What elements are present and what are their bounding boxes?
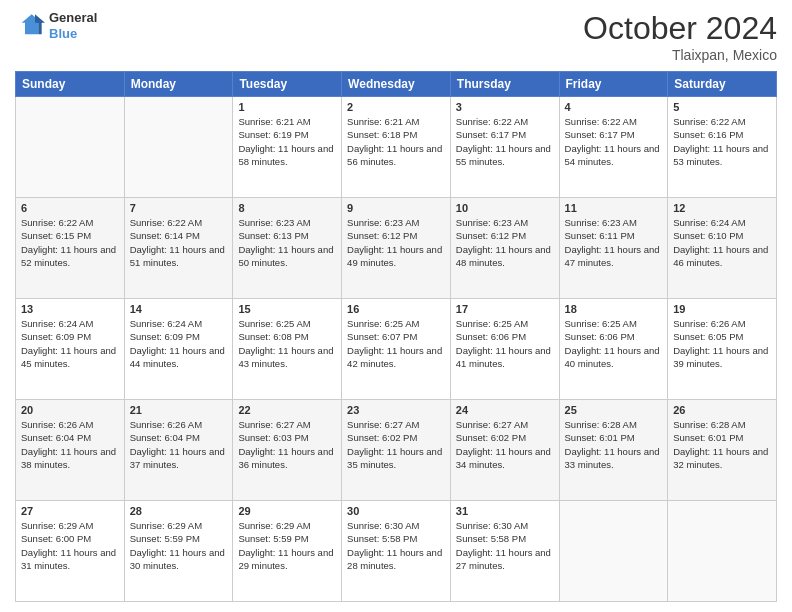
calendar-cell: 14Sunrise: 6:24 AMSunset: 6:09 PMDayligh… xyxy=(124,299,233,400)
day-info: Sunrise: 6:30 AMSunset: 5:58 PMDaylight:… xyxy=(347,519,445,572)
calendar-header: SundayMondayTuesdayWednesdayThursdayFrid… xyxy=(16,72,777,97)
calendar-table: SundayMondayTuesdayWednesdayThursdayFrid… xyxy=(15,71,777,602)
header-cell-sunday: Sunday xyxy=(16,72,125,97)
header-cell-saturday: Saturday xyxy=(668,72,777,97)
calendar-cell: 8Sunrise: 6:23 AMSunset: 6:13 PMDaylight… xyxy=(233,198,342,299)
header-cell-tuesday: Tuesday xyxy=(233,72,342,97)
calendar-cell: 13Sunrise: 6:24 AMSunset: 6:09 PMDayligh… xyxy=(16,299,125,400)
header-cell-thursday: Thursday xyxy=(450,72,559,97)
calendar-cell: 16Sunrise: 6:25 AMSunset: 6:07 PMDayligh… xyxy=(342,299,451,400)
day-number: 29 xyxy=(238,505,336,517)
logo: General Blue xyxy=(15,10,97,41)
calendar-cell: 11Sunrise: 6:23 AMSunset: 6:11 PMDayligh… xyxy=(559,198,668,299)
day-number: 25 xyxy=(565,404,663,416)
day-info: Sunrise: 6:30 AMSunset: 5:58 PMDaylight:… xyxy=(456,519,554,572)
calendar-cell: 23Sunrise: 6:27 AMSunset: 6:02 PMDayligh… xyxy=(342,400,451,501)
day-number: 18 xyxy=(565,303,663,315)
calendar-cell: 15Sunrise: 6:25 AMSunset: 6:08 PMDayligh… xyxy=(233,299,342,400)
calendar-cell: 27Sunrise: 6:29 AMSunset: 6:00 PMDayligh… xyxy=(16,501,125,602)
day-info: Sunrise: 6:23 AMSunset: 6:12 PMDaylight:… xyxy=(347,216,445,269)
month-title: October 2024 xyxy=(583,10,777,47)
day-number: 6 xyxy=(21,202,119,214)
day-number: 28 xyxy=(130,505,228,517)
calendar-cell: 28Sunrise: 6:29 AMSunset: 5:59 PMDayligh… xyxy=(124,501,233,602)
page: General Blue October 2024 Tlaixpan, Mexi… xyxy=(0,0,792,612)
calendar-cell: 10Sunrise: 6:23 AMSunset: 6:12 PMDayligh… xyxy=(450,198,559,299)
day-info: Sunrise: 6:25 AMSunset: 6:06 PMDaylight:… xyxy=(565,317,663,370)
day-info: Sunrise: 6:28 AMSunset: 6:01 PMDaylight:… xyxy=(565,418,663,471)
calendar-cell xyxy=(668,501,777,602)
calendar-cell: 7Sunrise: 6:22 AMSunset: 6:14 PMDaylight… xyxy=(124,198,233,299)
day-number: 15 xyxy=(238,303,336,315)
header-row: SundayMondayTuesdayWednesdayThursdayFrid… xyxy=(16,72,777,97)
day-number: 13 xyxy=(21,303,119,315)
day-number: 8 xyxy=(238,202,336,214)
day-number: 27 xyxy=(21,505,119,517)
calendar-cell: 9Sunrise: 6:23 AMSunset: 6:12 PMDaylight… xyxy=(342,198,451,299)
calendar-cell: 5Sunrise: 6:22 AMSunset: 6:16 PMDaylight… xyxy=(668,97,777,198)
day-info: Sunrise: 6:27 AMSunset: 6:03 PMDaylight:… xyxy=(238,418,336,471)
day-info: Sunrise: 6:25 AMSunset: 6:06 PMDaylight:… xyxy=(456,317,554,370)
header-cell-friday: Friday xyxy=(559,72,668,97)
day-number: 1 xyxy=(238,101,336,113)
calendar-cell: 31Sunrise: 6:30 AMSunset: 5:58 PMDayligh… xyxy=(450,501,559,602)
calendar-cell xyxy=(16,97,125,198)
calendar-cell: 21Sunrise: 6:26 AMSunset: 6:04 PMDayligh… xyxy=(124,400,233,501)
day-info: Sunrise: 6:28 AMSunset: 6:01 PMDaylight:… xyxy=(673,418,771,471)
calendar-cell xyxy=(124,97,233,198)
day-number: 23 xyxy=(347,404,445,416)
day-number: 19 xyxy=(673,303,771,315)
calendar-cell: 30Sunrise: 6:30 AMSunset: 5:58 PMDayligh… xyxy=(342,501,451,602)
day-number: 21 xyxy=(130,404,228,416)
day-info: Sunrise: 6:27 AMSunset: 6:02 PMDaylight:… xyxy=(456,418,554,471)
day-info: Sunrise: 6:24 AMSunset: 6:09 PMDaylight:… xyxy=(130,317,228,370)
day-info: Sunrise: 6:22 AMSunset: 6:17 PMDaylight:… xyxy=(565,115,663,168)
calendar-cell: 25Sunrise: 6:28 AMSunset: 6:01 PMDayligh… xyxy=(559,400,668,501)
day-number: 22 xyxy=(238,404,336,416)
calendar-cell: 26Sunrise: 6:28 AMSunset: 6:01 PMDayligh… xyxy=(668,400,777,501)
calendar-cell xyxy=(559,501,668,602)
day-info: Sunrise: 6:25 AMSunset: 6:08 PMDaylight:… xyxy=(238,317,336,370)
location-subtitle: Tlaixpan, Mexico xyxy=(583,47,777,63)
calendar-cell: 18Sunrise: 6:25 AMSunset: 6:06 PMDayligh… xyxy=(559,299,668,400)
calendar-cell: 2Sunrise: 6:21 AMSunset: 6:18 PMDaylight… xyxy=(342,97,451,198)
day-info: Sunrise: 6:29 AMSunset: 6:00 PMDaylight:… xyxy=(21,519,119,572)
day-number: 5 xyxy=(673,101,771,113)
calendar-cell: 12Sunrise: 6:24 AMSunset: 6:10 PMDayligh… xyxy=(668,198,777,299)
day-number: 7 xyxy=(130,202,228,214)
calendar-cell: 22Sunrise: 6:27 AMSunset: 6:03 PMDayligh… xyxy=(233,400,342,501)
week-row-2: 6Sunrise: 6:22 AMSunset: 6:15 PMDaylight… xyxy=(16,198,777,299)
day-info: Sunrise: 6:24 AMSunset: 6:09 PMDaylight:… xyxy=(21,317,119,370)
week-row-1: 1Sunrise: 6:21 AMSunset: 6:19 PMDaylight… xyxy=(16,97,777,198)
header-cell-monday: Monday xyxy=(124,72,233,97)
day-info: Sunrise: 6:23 AMSunset: 6:12 PMDaylight:… xyxy=(456,216,554,269)
calendar-cell: 24Sunrise: 6:27 AMSunset: 6:02 PMDayligh… xyxy=(450,400,559,501)
day-info: Sunrise: 6:29 AMSunset: 5:59 PMDaylight:… xyxy=(238,519,336,572)
day-number: 3 xyxy=(456,101,554,113)
day-info: Sunrise: 6:26 AMSunset: 6:05 PMDaylight:… xyxy=(673,317,771,370)
calendar-cell: 1Sunrise: 6:21 AMSunset: 6:19 PMDaylight… xyxy=(233,97,342,198)
day-info: Sunrise: 6:23 AMSunset: 6:11 PMDaylight:… xyxy=(565,216,663,269)
day-number: 9 xyxy=(347,202,445,214)
logo-line2: Blue xyxy=(49,26,97,42)
logo-text: General Blue xyxy=(49,10,97,41)
day-info: Sunrise: 6:22 AMSunset: 6:16 PMDaylight:… xyxy=(673,115,771,168)
day-info: Sunrise: 6:22 AMSunset: 6:15 PMDaylight:… xyxy=(21,216,119,269)
calendar-cell: 3Sunrise: 6:22 AMSunset: 6:17 PMDaylight… xyxy=(450,97,559,198)
day-number: 31 xyxy=(456,505,554,517)
logo-icon xyxy=(15,11,45,41)
calendar-cell: 29Sunrise: 6:29 AMSunset: 5:59 PMDayligh… xyxy=(233,501,342,602)
day-number: 10 xyxy=(456,202,554,214)
day-info: Sunrise: 6:21 AMSunset: 6:19 PMDaylight:… xyxy=(238,115,336,168)
day-number: 11 xyxy=(565,202,663,214)
day-number: 17 xyxy=(456,303,554,315)
calendar-cell: 19Sunrise: 6:26 AMSunset: 6:05 PMDayligh… xyxy=(668,299,777,400)
day-info: Sunrise: 6:29 AMSunset: 5:59 PMDaylight:… xyxy=(130,519,228,572)
day-info: Sunrise: 6:27 AMSunset: 6:02 PMDaylight:… xyxy=(347,418,445,471)
calendar-cell: 4Sunrise: 6:22 AMSunset: 6:17 PMDaylight… xyxy=(559,97,668,198)
header: General Blue October 2024 Tlaixpan, Mexi… xyxy=(15,10,777,63)
calendar-body: 1Sunrise: 6:21 AMSunset: 6:19 PMDaylight… xyxy=(16,97,777,602)
week-row-3: 13Sunrise: 6:24 AMSunset: 6:09 PMDayligh… xyxy=(16,299,777,400)
day-info: Sunrise: 6:23 AMSunset: 6:13 PMDaylight:… xyxy=(238,216,336,269)
day-number: 26 xyxy=(673,404,771,416)
